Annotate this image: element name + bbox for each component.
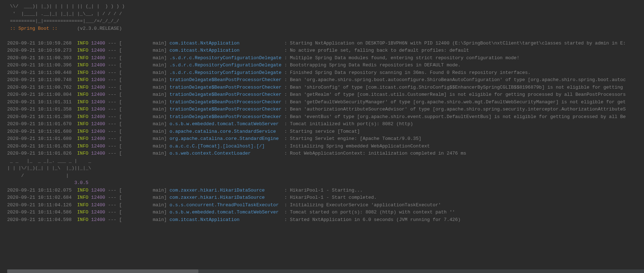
log-logger: o.a.c.c.C.[Tomcat].[localhost].[/] bbox=[170, 143, 282, 149]
log-thread: [ main] bbox=[119, 195, 169, 200]
log-logger: trationDelegate$BeanPostProcessorChecker bbox=[170, 92, 282, 97]
log-thread: [ main] bbox=[119, 48, 169, 53]
log-message: Initializing ExecutorService 'applicatio… bbox=[290, 202, 441, 208]
log-line: 2020-09-21 10:11:00.396 INFO 12400 --- [… bbox=[7, 62, 637, 69]
log-message: Bean 'getDefaultWebSecurityManager' of t… bbox=[290, 99, 626, 105]
log-colon: : bbox=[282, 195, 290, 200]
log-separator: --- bbox=[105, 70, 119, 75]
log-message: Multiple Spring Data modules found, ente… bbox=[290, 55, 520, 61]
log-logger: com.itcast.NxtApplication bbox=[170, 48, 282, 53]
log-pid: 12400 bbox=[91, 41, 105, 46]
log-level: INFO bbox=[77, 99, 88, 105]
log-separator: --- bbox=[105, 107, 119, 112]
log-logger: .s.d.r.c.RepositoryConfigurationDelegate bbox=[170, 70, 282, 75]
log-thread: [ main] bbox=[119, 136, 169, 141]
log-separator: --- bbox=[105, 195, 119, 200]
log-pid: 12400 bbox=[91, 217, 105, 222]
log-timestamp: 2020-09-21 10:11:01.670 bbox=[7, 121, 77, 127]
log-level: INFO bbox=[77, 143, 88, 149]
log-level: INFO bbox=[77, 41, 88, 46]
log-separator: --- bbox=[105, 151, 119, 156]
log-separator: --- bbox=[105, 188, 119, 193]
log-pid: 12400 bbox=[91, 107, 105, 112]
log-line: 2020-09-21 10:10:59.273 INFO 12400 --- [… bbox=[7, 47, 637, 55]
log-level: INFO bbox=[77, 62, 88, 68]
log-message: Tomcat started on port(s): 8082 (http) w… bbox=[290, 210, 455, 215]
log-timestamp: 2020-09-21 10:11:00.748 bbox=[7, 77, 77, 83]
log-separator: --- bbox=[105, 210, 119, 215]
log-separator: --- bbox=[105, 202, 119, 208]
log-colon: : bbox=[282, 136, 290, 141]
log-colon: : bbox=[282, 143, 290, 149]
log-pid: 12400 bbox=[91, 151, 105, 156]
mybatis-version: 3.0.5 bbox=[7, 179, 637, 187]
log-logger: o.s.web.context.ContextLoader bbox=[170, 151, 282, 156]
log-message: HikariPool-1 - Starting... bbox=[290, 188, 363, 193]
log-message: Starting service [Tomcat] bbox=[290, 129, 360, 134]
log-colon: : bbox=[282, 188, 290, 193]
log-thread: [ main] bbox=[119, 77, 169, 83]
log-timestamp: 2020-09-21 10:11:01.358 bbox=[7, 107, 77, 112]
log-colon: : bbox=[282, 151, 290, 156]
log-colon: : bbox=[282, 48, 290, 53]
log-colon: : bbox=[282, 77, 290, 83]
log-thread: [ main] bbox=[119, 143, 169, 149]
log-line: 2020-09-21 10:11:00.748 INFO 12400 --- [… bbox=[7, 76, 637, 84]
log-separator: --- bbox=[105, 85, 119, 90]
log-separator: --- bbox=[105, 55, 119, 61]
log-line: 2020-09-21 10:11:01.389 INFO 12400 --- [… bbox=[7, 113, 637, 121]
log-pid: 12400 bbox=[91, 55, 105, 61]
log-line: 2020-09-21 10:11:00.448 INFO 12400 --- [… bbox=[7, 69, 637, 77]
log-line: 2020-09-21 10:11:00.393 INFO 12400 --- [… bbox=[7, 55, 637, 62]
log-thread: [ main] bbox=[119, 99, 169, 105]
log-pid: 12400 bbox=[91, 136, 105, 141]
log-level: INFO bbox=[77, 195, 88, 200]
spring-boot-version-line: :: Spring Boot :: (v2.3.0.RELEASE) bbox=[7, 25, 637, 33]
log-pid: 12400 bbox=[91, 70, 105, 75]
log-level: INFO bbox=[77, 136, 88, 141]
console-output[interactable]: \\/ ___)| |_)| | | | | || (_| | ) ) ) ) … bbox=[7, 3, 637, 223]
log-colon: : bbox=[282, 114, 290, 119]
spring-boot-label: :: Spring Boot :: bbox=[7, 26, 60, 31]
log-thread: [ main] bbox=[119, 41, 169, 46]
log-thread: [ main] bbox=[119, 188, 169, 193]
log-thread: [ main] bbox=[119, 107, 169, 112]
log-timestamp: 2020-09-21 10:10:59.273 bbox=[7, 48, 77, 53]
log-timestamp: 2020-09-21 10:11:04.126 bbox=[7, 202, 77, 208]
log-colon: : bbox=[282, 85, 290, 90]
log-separator: --- bbox=[105, 41, 119, 46]
log-timestamp: 2020-09-21 10:11:00.396 bbox=[7, 62, 77, 68]
log-line: 2020-09-21 10:11:01.826 INFO 12400 --- [… bbox=[7, 143, 637, 150]
log-logger: o.s.b.w.embedded.tomcat.TomcatWebServer bbox=[170, 121, 282, 127]
log-colon: : bbox=[282, 99, 290, 105]
log-thread: [ main] bbox=[119, 62, 169, 68]
log-pid: 12400 bbox=[91, 121, 105, 127]
log-level: INFO bbox=[77, 202, 88, 208]
log-pid: 12400 bbox=[91, 85, 105, 90]
log-separator: --- bbox=[105, 62, 119, 68]
log-separator: --- bbox=[105, 136, 119, 141]
log-level: INFO bbox=[77, 129, 88, 134]
log-timestamp: 2020-09-21 10:11:01.389 bbox=[7, 114, 77, 119]
log-level: INFO bbox=[77, 107, 88, 112]
log-level: INFO bbox=[77, 92, 88, 97]
log-colon: : bbox=[282, 217, 290, 222]
log-colon: : bbox=[282, 62, 290, 68]
log-message: Finished Spring Data repository scanning… bbox=[290, 70, 531, 75]
log-thread: [ main] bbox=[119, 121, 169, 127]
log-pid: 12400 bbox=[91, 129, 105, 134]
log-colon: : bbox=[282, 210, 290, 215]
log-line: 2020-09-21 10:11:01.311 INFO 12400 --- [… bbox=[7, 99, 637, 106]
log-logger: o.s.b.w.embedded.tomcat.TomcatWebServer bbox=[170, 210, 282, 215]
log-level: INFO bbox=[77, 114, 88, 119]
log-logger: trationDelegate$BeanPostProcessorChecker bbox=[170, 85, 282, 90]
log-line: 2020-09-21 10:11:01.680 INFO 12400 --- [… bbox=[7, 135, 637, 143]
log-timestamp: 2020-09-21 10:11:01.680 bbox=[7, 129, 77, 134]
log-colon: : bbox=[282, 70, 290, 75]
log-level: INFO bbox=[77, 188, 88, 193]
log-level: INFO bbox=[77, 48, 88, 53]
log-logger: trationDelegate$BeanPostProcessorChecker bbox=[170, 114, 282, 119]
log-logger: com.zaxxer.hikari.HikariDataSource bbox=[170, 188, 282, 193]
log-level: INFO bbox=[77, 85, 88, 90]
log-line: 2020-09-21 10:11:04.598 INFO 12400 --- [… bbox=[7, 216, 637, 224]
